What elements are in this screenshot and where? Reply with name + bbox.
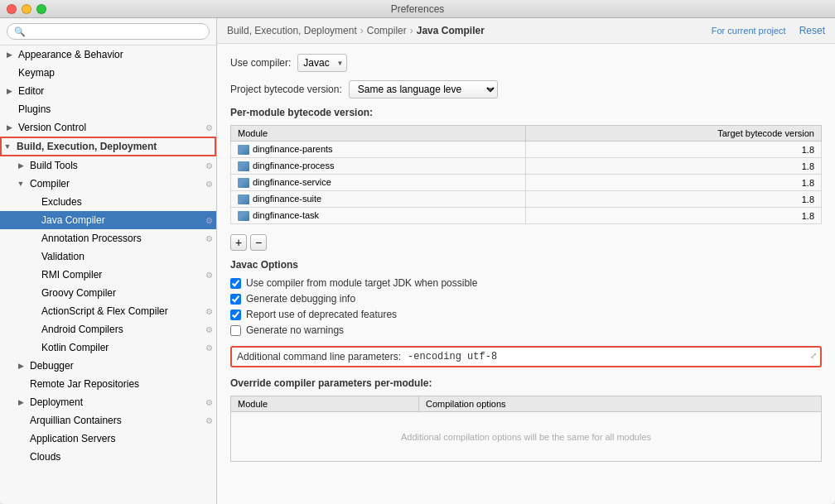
use-compiler-label: Use compiler:: [230, 57, 291, 69]
table-row[interactable]: dingfinance-parents 1.8: [231, 142, 822, 158]
sidebar-item-clouds[interactable]: Clouds: [0, 448, 216, 466]
checkbox-row: Use compiler from module target JDK when…: [230, 277, 822, 289]
search-input[interactable]: [7, 23, 210, 40]
table-row[interactable]: dingfinance-task 1.8: [231, 208, 822, 224]
breadcrumb-part1: Build, Execution, Deployment: [227, 25, 357, 36]
override-title: Override compiler parameters per-module:: [230, 377, 822, 389]
sidebar-item-label: Android Compilers: [38, 322, 205, 337]
settings-icon: ⚙: [205, 161, 213, 170]
settings-icon: ⚙: [205, 271, 213, 280]
sidebar-item-build-tools[interactable]: ▶ Build Tools ⚙: [0, 156, 216, 175]
right-panel: Build, Execution, Deployment › Compiler …: [217, 18, 835, 504]
sidebar-item-label: Arquillian Containers: [27, 413, 205, 428]
table-row[interactable]: dingfinance-suite 1.8: [231, 191, 822, 208]
sidebar-item-label: Annotation Processors: [38, 231, 205, 246]
cmd-params-input[interactable]: [408, 351, 815, 362]
checkbox-row: Report use of deprecated features: [230, 309, 822, 320]
expand-icon: ▼: [2, 142, 13, 151]
expand-icon: ▶: [3, 123, 15, 132]
sidebar-item-appearance[interactable]: ▶ Appearance & Behavior: [0, 46, 216, 64]
sidebar-item-excludes[interactable]: Excludes: [0, 193, 216, 211]
sidebar-item-editor[interactable]: ▶ Editor: [0, 82, 216, 100]
bytecode-select[interactable]: Same as language leve: [349, 80, 498, 98]
checkbox-label-2: Report use of deprecated features: [246, 309, 397, 320]
cmd-params-label: Additional command line parameters:: [237, 351, 401, 362]
module-name: dingfinance-service: [231, 175, 526, 191]
sidebar-item-version-control[interactable]: ▶ Version Control ⚙: [0, 118, 216, 137]
sidebar: ▶ Appearance & Behavior Keymap ▶ Editor …: [0, 18, 217, 504]
sidebar-item-label: Debugger: [27, 358, 216, 373]
expand-icon: ▶: [3, 50, 15, 59]
compiler-select-wrapper: Javac: [297, 54, 347, 72]
sidebar-item-keymap[interactable]: Keymap: [0, 64, 216, 82]
expand-icon: ▶: [15, 161, 27, 170]
sidebar-item-deployment[interactable]: ▶ Deployment ⚙: [0, 393, 216, 411]
expand-icon: ▼: [15, 180, 27, 188]
compiler-select[interactable]: Javac: [297, 54, 347, 72]
remove-module-button[interactable]: −: [250, 234, 267, 251]
sidebar-item-label: Validation: [38, 249, 216, 264]
sidebar-item-app-servers[interactable]: Application Servers: [0, 430, 216, 448]
titlebar: Preferences: [0, 0, 835, 18]
minimize-button[interactable]: [22, 4, 31, 14]
checkbox-row: Generate no warnings: [230, 324, 822, 336]
javac-section: Javac Options Use compiler from module t…: [230, 259, 822, 336]
sidebar-item-kotlin-compiler[interactable]: Kotlin Compiler ⚙: [0, 338, 216, 357]
sidebar-item-compiler[interactable]: ▼ Compiler ⚙: [0, 175, 216, 193]
sidebar-item-rmi-compiler[interactable]: RMI Compiler ⚙: [0, 266, 216, 284]
module-version: 1.8: [526, 191, 822, 208]
reset-button[interactable]: Reset: [799, 25, 825, 36]
override-section: Override compiler parameters per-module:…: [230, 377, 822, 462]
bytecode-version-row: Project bytecode version: Same as langua…: [230, 80, 822, 98]
preferences-window: Preferences ▶ Appearance & Behavior Keym…: [0, 0, 835, 504]
sidebar-item-android-compilers[interactable]: Android Compilers ⚙: [0, 320, 216, 338]
search-bar: [0, 18, 216, 46]
sidebar-item-plugins[interactable]: Plugins: [0, 100, 216, 118]
expand-icon: ▶: [3, 87, 15, 95]
settings-icon: ⚙: [205, 180, 213, 189]
sidebar-item-actionscript[interactable]: ActionScript & Flex Compiler ⚙: [0, 302, 216, 320]
settings-icon: ⚙: [205, 416, 213, 425]
maximize-button[interactable]: [36, 4, 46, 14]
add-module-button[interactable]: +: [230, 234, 247, 251]
expand-icon: ▶: [15, 362, 27, 370]
close-button[interactable]: [7, 4, 17, 14]
cmd-params-row: Additional command line parameters: ⤢: [230, 346, 822, 367]
sidebar-item-validation[interactable]: Validation: [0, 247, 216, 266]
sidebar-item-java-compiler[interactable]: Java Compiler ⚙: [0, 211, 216, 229]
use-compiler-row: Use compiler: Javac: [230, 54, 822, 72]
checkbox-2[interactable]: [230, 310, 241, 320]
module-version: 1.8: [526, 142, 822, 158]
settings-icon: ⚙: [205, 216, 213, 225]
sidebar-item-label: Compiler: [27, 176, 205, 191]
breadcrumb-project-label: For current project: [712, 26, 786, 36]
breadcrumb-sep2: ›: [410, 25, 413, 36]
checkbox-0[interactable]: [230, 278, 241, 289]
expand-icon: ⤢: [810, 351, 817, 360]
checkbox-1[interactable]: [230, 294, 241, 305]
sidebar-item-debugger[interactable]: ▶ Debugger: [0, 357, 216, 375]
version-col-header: Target bytecode version: [526, 126, 822, 142]
module-name: dingfinance-parents: [231, 142, 526, 158]
settings-icon: ⚙: [205, 325, 213, 334]
override-module-header: Module: [231, 396, 419, 412]
module-name: dingfinance-suite: [231, 191, 526, 208]
sidebar-item-remote-jar[interactable]: Remote Jar Repositories: [0, 375, 216, 393]
sidebar-item-label: Groovy Compiler: [38, 286, 216, 300]
sidebar-item-annotation-processors[interactable]: Annotation Processors ⚙: [0, 229, 216, 247]
module-col-header: Module: [231, 126, 526, 142]
per-module-title: Per-module bytecode version:: [230, 107, 822, 118]
sidebar-item-label: Clouds: [27, 449, 216, 464]
bytecode-select-wrapper: Same as language leve: [349, 80, 498, 98]
sidebar-item-label: Kotlin Compiler: [38, 340, 205, 355]
sidebar-item-arquillian[interactable]: Arquillian Containers ⚙: [0, 411, 216, 430]
settings-icon: ⚙: [205, 123, 213, 132]
sidebar-item-build-exec[interactable]: ▼ Build, Execution, Deployment: [0, 137, 216, 156]
sidebar-item-groovy-compiler[interactable]: Groovy Compiler: [0, 284, 216, 302]
module-version: 1.8: [526, 175, 822, 191]
sidebar-item-label: Version Control: [15, 120, 205, 135]
settings-icon: ⚙: [205, 234, 213, 243]
checkbox-3[interactable]: [230, 325, 241, 336]
table-row[interactable]: dingfinance-service 1.8: [231, 175, 822, 191]
table-row[interactable]: dingfinance-process 1.8: [231, 158, 822, 175]
